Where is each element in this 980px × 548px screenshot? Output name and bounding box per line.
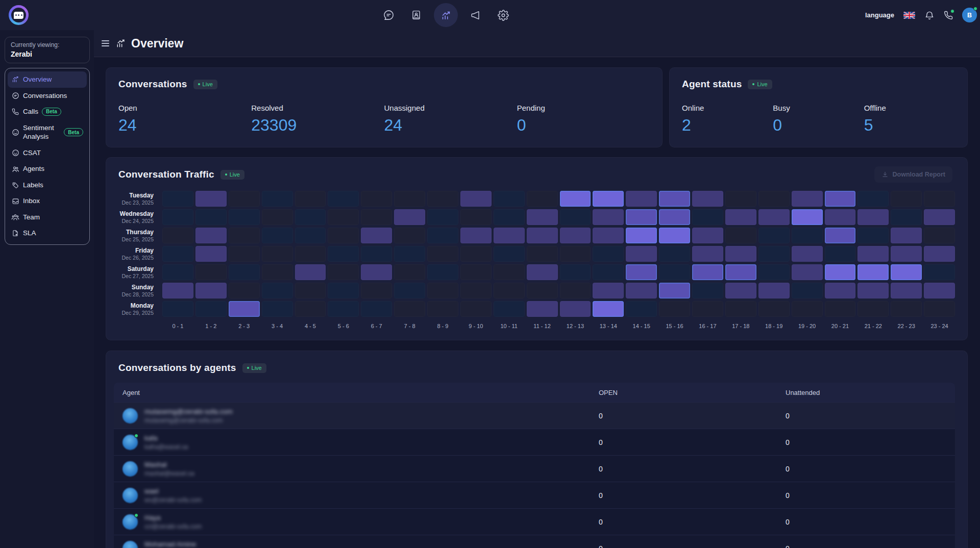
heatmap-cell[interactable] xyxy=(659,191,690,207)
heatmap-cell[interactable] xyxy=(692,283,723,298)
heatmap-cell[interactable] xyxy=(328,191,359,207)
heatmap-cell[interactable] xyxy=(758,228,790,243)
heatmap-cell[interactable] xyxy=(162,228,193,243)
sidebar-item-calls[interactable]: CallsBeta xyxy=(8,104,87,120)
heatmap-cell[interactable] xyxy=(328,301,359,317)
sidebar-item-team[interactable]: Team xyxy=(8,209,87,226)
heatmap-cell[interactable] xyxy=(195,191,227,207)
heatmap-cell[interactable] xyxy=(758,209,790,225)
heatmap-cell[interactable] xyxy=(427,264,458,280)
heatmap-cell[interactable] xyxy=(162,301,193,317)
heatmap-cell[interactable] xyxy=(162,246,193,262)
heatmap-cell[interactable] xyxy=(924,209,955,225)
campaigns-icon[interactable] xyxy=(466,6,485,25)
heatmap-cell[interactable] xyxy=(262,246,293,262)
heatmap-cell[interactable] xyxy=(659,209,690,225)
heatmap-cell[interactable] xyxy=(792,228,823,243)
settings-icon[interactable] xyxy=(494,6,513,25)
heatmap-cell[interactable] xyxy=(593,246,624,262)
heatmap-cell[interactable] xyxy=(229,264,260,280)
heatmap-cell[interactable] xyxy=(626,264,657,280)
heatmap-cell[interactable] xyxy=(460,191,492,207)
heatmap-cell[interactable] xyxy=(527,228,558,243)
sidebar-item-labels[interactable]: Labels xyxy=(8,177,87,193)
heatmap-cell[interactable] xyxy=(725,228,756,243)
agent-row[interactable]: Mohamad Aminema@zerabi-sofa.com00 xyxy=(114,535,955,548)
heatmap-cell[interactable] xyxy=(659,301,690,317)
heatmap-cell[interactable] xyxy=(857,209,889,225)
heatmap-cell[interactable] xyxy=(593,264,624,280)
heatmap-cell[interactable] xyxy=(460,228,492,243)
heatmap-cell[interactable] xyxy=(725,301,756,317)
heatmap-cell[interactable] xyxy=(394,264,425,280)
heatmap-cell[interactable] xyxy=(460,246,492,262)
heatmap-cell[interactable] xyxy=(195,283,227,298)
heatmap-cell[interactable] xyxy=(560,264,591,280)
heatmap-cell[interactable] xyxy=(692,209,723,225)
heatmap-cell[interactable] xyxy=(494,301,525,317)
heatmap-cell[interactable] xyxy=(560,191,591,207)
heatmap-cell[interactable] xyxy=(891,264,922,280)
sidebar-item-inbox[interactable]: Inbox xyxy=(8,193,87,209)
heatmap-cell[interactable] xyxy=(295,209,326,225)
heatmap-cell[interactable] xyxy=(692,264,723,280)
heatmap-cell[interactable] xyxy=(394,209,425,225)
heatmap-cell[interactable] xyxy=(527,283,558,298)
heatmap-cell[interactable] xyxy=(229,209,260,225)
heatmap-cell[interactable] xyxy=(262,228,293,243)
heatmap-cell[interactable] xyxy=(725,264,756,280)
heatmap-cell[interactable] xyxy=(825,264,856,280)
heatmap-cell[interactable] xyxy=(195,264,227,280)
heatmap-cell[interactable] xyxy=(924,228,955,243)
agent-row[interactable]: Hayaccl@zerabi-sofa.com00 xyxy=(114,508,955,535)
heatmap-cell[interactable] xyxy=(328,209,359,225)
heatmap-cell[interactable] xyxy=(361,191,392,207)
heatmap-cell[interactable] xyxy=(659,283,690,298)
heatmap-cell[interactable] xyxy=(328,228,359,243)
heatmap-cell[interactable] xyxy=(758,264,790,280)
heatmap-cell[interactable] xyxy=(857,264,889,280)
heatmap-cell[interactable] xyxy=(361,301,392,317)
heatmap-cell[interactable] xyxy=(725,209,756,225)
heatmap-cell[interactable] xyxy=(891,228,922,243)
language-label[interactable]: language xyxy=(865,11,894,19)
heatmap-cell[interactable] xyxy=(659,228,690,243)
heatmap-cell[interactable] xyxy=(229,246,260,262)
heatmap-cell[interactable] xyxy=(725,283,756,298)
heatmap-cell[interactable] xyxy=(626,283,657,298)
heatmap-cell[interactable] xyxy=(427,191,458,207)
heatmap-cell[interactable] xyxy=(825,301,856,317)
heatmap-cell[interactable] xyxy=(427,228,458,243)
agent-row[interactable]: kafakafra@wasel.sa00 xyxy=(114,429,955,455)
notifications-bell-icon[interactable] xyxy=(924,10,935,20)
heatmap-cell[interactable] xyxy=(427,283,458,298)
heatmap-cell[interactable] xyxy=(494,283,525,298)
heatmap-cell[interactable] xyxy=(560,228,591,243)
heatmap-cell[interactable] xyxy=(229,191,260,207)
heatmap-cell[interactable] xyxy=(162,209,193,225)
heatmap-cell[interactable] xyxy=(195,246,227,262)
heatmap-cell[interactable] xyxy=(494,246,525,262)
heatmap-cell[interactable] xyxy=(229,228,260,243)
download-report-button[interactable]: Download Report xyxy=(874,166,952,183)
sidebar-item-csat[interactable]: CSAT xyxy=(8,145,87,161)
heatmap-cell[interactable] xyxy=(494,191,525,207)
heatmap-cell[interactable] xyxy=(229,301,260,317)
heatmap-cell[interactable] xyxy=(394,191,425,207)
heatmap-cell[interactable] xyxy=(593,283,624,298)
heatmap-cell[interactable] xyxy=(626,246,657,262)
heatmap-cell[interactable] xyxy=(924,264,955,280)
heatmap-cell[interactable] xyxy=(857,191,889,207)
heatmap-cell[interactable] xyxy=(229,283,260,298)
heatmap-cell[interactable] xyxy=(792,209,823,225)
heatmap-cell[interactable] xyxy=(162,264,193,280)
heatmap-cell[interactable] xyxy=(758,283,790,298)
heatmap-cell[interactable] xyxy=(295,246,326,262)
heatmap-cell[interactable] xyxy=(527,191,558,207)
heatmap-cell[interactable] xyxy=(924,283,955,298)
heatmap-cell[interactable] xyxy=(792,283,823,298)
heatmap-cell[interactable] xyxy=(262,301,293,317)
heatmap-cell[interactable] xyxy=(361,264,392,280)
heatmap-cell[interactable] xyxy=(758,246,790,262)
agent-row[interactable]: Mashalmashal@wasel.sa00 xyxy=(114,455,955,482)
